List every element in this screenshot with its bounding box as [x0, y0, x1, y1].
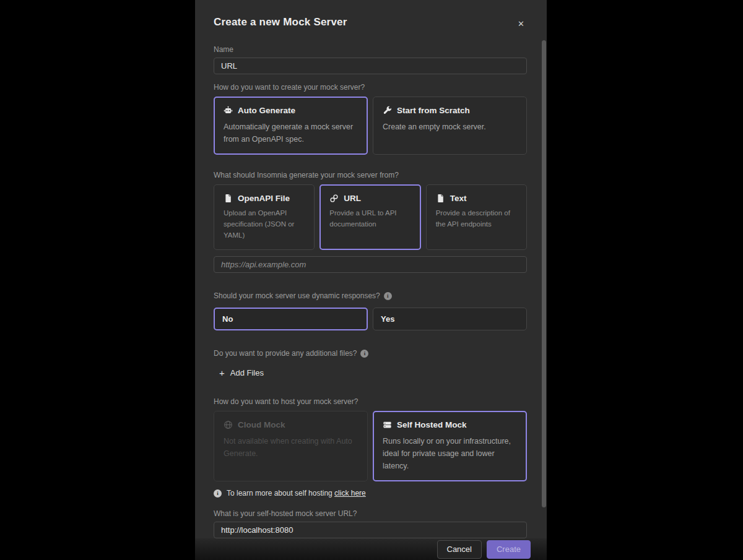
- name-label: Name: [214, 45, 527, 54]
- option-card-self-hosted-mock[interactable]: Self Hosted Mock Runs locally or on your…: [373, 411, 527, 481]
- dynamic-responses-label: Should your mock server use dynamic resp…: [214, 291, 527, 300]
- create-method-options: Auto Generate Automatically generate a m…: [214, 97, 527, 155]
- option-description: Provide a URL to API documentation: [329, 208, 411, 230]
- modal-footer: Cancel Create: [195, 538, 547, 560]
- option-card-start-from-scratch[interactable]: Start from Scratch Create an empty mock …: [373, 97, 527, 155]
- option-description: Create an empty mock server.: [383, 121, 517, 133]
- add-files-button[interactable]: + Add Files: [219, 368, 264, 377]
- plus-icon: +: [219, 368, 225, 377]
- option-card-auto-generate[interactable]: Auto Generate Automatically generate a m…: [214, 97, 368, 155]
- file-icon: [436, 194, 445, 203]
- modal-header: Create a new Mock Server ✕: [214, 16, 527, 30]
- hosting-label: How do you want to host your mock server…: [214, 397, 527, 406]
- file-icon: [224, 194, 233, 203]
- hosting-options: Cloud Mock Not available when creating w…: [214, 411, 527, 481]
- option-title: Start from Scratch: [397, 106, 470, 115]
- source-url-input[interactable]: [214, 256, 527, 273]
- option-description: Not available when creating with Auto Ge…: [224, 435, 358, 460]
- option-title: OpenAPI File: [238, 194, 290, 203]
- page-title: Create a new Mock Server: [214, 16, 347, 28]
- click-here-link[interactable]: click here: [334, 489, 366, 498]
- robot-icon: [224, 106, 233, 115]
- option-title: Text: [450, 194, 467, 203]
- create-mock-server-modal: Create a new Mock Server ✕ Name How do y…: [195, 0, 547, 560]
- globe-icon: [224, 420, 233, 429]
- info-icon: i: [214, 489, 222, 498]
- option-description: Runs locally or on your infrastructure, …: [383, 435, 517, 472]
- dynamic-responses-options: No Yes: [214, 308, 527, 330]
- option-title: Self Hosted Mock: [397, 420, 467, 429]
- option-card-no[interactable]: No: [214, 308, 368, 330]
- wrench-icon: [383, 106, 392, 115]
- option-description: Upload an OpenAPI specification (JSON or…: [224, 208, 305, 241]
- self-hosted-url-label: What is your self-hosted mock server URL…: [214, 509, 527, 518]
- cancel-button[interactable]: Cancel: [437, 540, 482, 559]
- server-stack-icon: [383, 420, 392, 429]
- link-icon: [329, 194, 339, 203]
- option-card-url[interactable]: URL Provide a URL to API documentation: [319, 184, 420, 250]
- option-title: Cloud Mock: [238, 420, 285, 429]
- self-hosting-info: i To learn more about self hosting click…: [214, 489, 527, 498]
- additional-files-label: Do you want to provide any additional fi…: [214, 349, 527, 358]
- option-title: Auto Generate: [238, 106, 295, 115]
- create-method-label: How do you want to create your mock serv…: [214, 83, 527, 92]
- scrollbar-track[interactable]: [542, 0, 546, 560]
- option-card-text[interactable]: Text Provide a description of the API en…: [426, 184, 527, 250]
- option-card-yes[interactable]: Yes: [373, 308, 527, 330]
- source-label: What should Insomnia generate your mock …: [214, 171, 527, 179]
- info-icon[interactable]: i: [384, 292, 392, 300]
- option-title: URL: [344, 194, 361, 203]
- info-icon[interactable]: i: [360, 350, 368, 358]
- self-hosted-url-input[interactable]: [214, 522, 527, 538]
- create-button[interactable]: Create: [487, 540, 531, 559]
- option-description: Automatically generate a mock server fro…: [224, 121, 358, 145]
- modal-body: Create a new Mock Server ✕ Name How do y…: [195, 0, 547, 538]
- close-icon[interactable]: ✕: [515, 17, 527, 30]
- option-description: Provide a description of the API endpoin…: [436, 208, 517, 230]
- name-input[interactable]: [214, 58, 527, 74]
- option-card-openapi-file[interactable]: OpenAPI File Upload an OpenAPI specifica…: [214, 184, 315, 250]
- scrollbar-thumb[interactable]: [542, 40, 546, 507]
- option-card-cloud-mock: Cloud Mock Not available when creating w…: [214, 411, 368, 481]
- source-options: OpenAPI File Upload an OpenAPI specifica…: [214, 184, 527, 250]
